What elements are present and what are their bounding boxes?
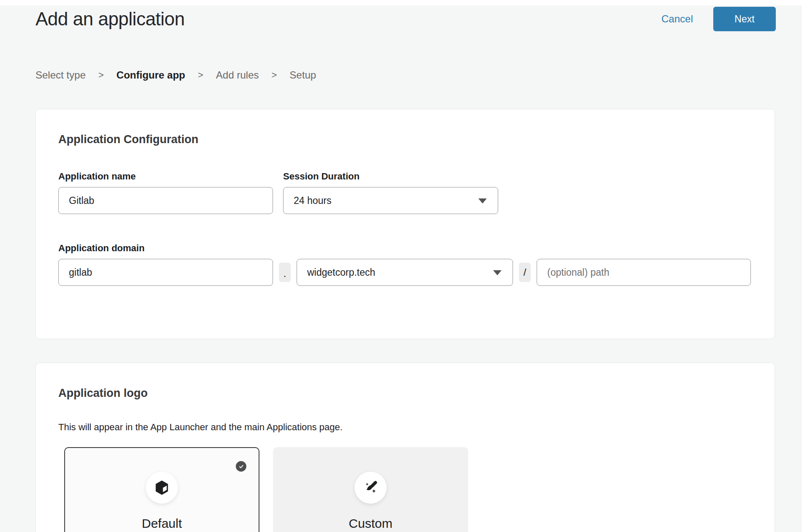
application-logo-card: Application logo This will appear in the… xyxy=(35,363,775,532)
path-input[interactable] xyxy=(537,259,751,286)
caret-down-icon xyxy=(478,198,487,204)
logo-card-description: This will appear in the App Launcher and… xyxy=(58,421,752,433)
session-duration-select[interactable]: 24 hours xyxy=(283,187,498,214)
logo-option-default[interactable]: Default xyxy=(64,447,259,532)
breadcrumb-step-configure-app[interactable]: Configure app xyxy=(117,70,185,81)
top-header-strip xyxy=(0,0,802,5)
application-name-input[interactable] xyxy=(58,187,273,214)
domain-select[interactable]: widgetcorp.tech xyxy=(297,259,513,286)
page-header: Add an application Cancel Next xyxy=(0,5,802,33)
logo-option-label: Custom xyxy=(274,516,467,531)
page-title: Add an application xyxy=(35,8,185,30)
session-duration-label: Session Duration xyxy=(283,171,498,182)
caret-down-icon xyxy=(493,270,502,275)
breadcrumb-step-select-type[interactable]: Select type xyxy=(35,70,86,81)
breadcrumb-step-setup[interactable]: Setup xyxy=(289,70,316,81)
logo-card-title: Application logo xyxy=(58,387,752,399)
custom-logo-circle xyxy=(355,472,387,504)
paintbrush-icon xyxy=(362,479,379,497)
logo-option-custom[interactable]: Custom xyxy=(273,447,468,532)
slash-separator: / xyxy=(519,263,531,282)
header-actions: Cancel Next xyxy=(661,7,776,31)
domain-select-value: widgetcorp.tech xyxy=(307,267,375,278)
logo-option-label: Default xyxy=(65,516,259,531)
cancel-button[interactable]: Cancel xyxy=(661,13,693,25)
breadcrumb-separator: > xyxy=(198,70,203,81)
selected-check-icon xyxy=(236,461,246,472)
breadcrumb-separator: > xyxy=(98,70,104,81)
breadcrumb-separator: > xyxy=(272,70,277,81)
next-button[interactable]: Next xyxy=(713,7,776,31)
application-configuration-card: Application Configuration Application na… xyxy=(35,109,775,339)
default-logo-circle xyxy=(146,472,178,504)
subdomain-input[interactable] xyxy=(58,259,273,286)
cube-icon xyxy=(153,479,170,496)
session-duration-value: 24 hours xyxy=(294,195,332,206)
logo-options: Default Custom xyxy=(64,447,752,532)
breadcrumb-step-add-rules[interactable]: Add rules xyxy=(216,70,259,81)
dot-separator: . xyxy=(279,263,291,282)
configuration-card-title: Application Configuration xyxy=(58,133,752,146)
breadcrumb: Select type > Configure app > Add rules … xyxy=(35,70,802,81)
application-domain-label: Application domain xyxy=(58,243,752,254)
application-name-label: Application name xyxy=(58,171,273,182)
